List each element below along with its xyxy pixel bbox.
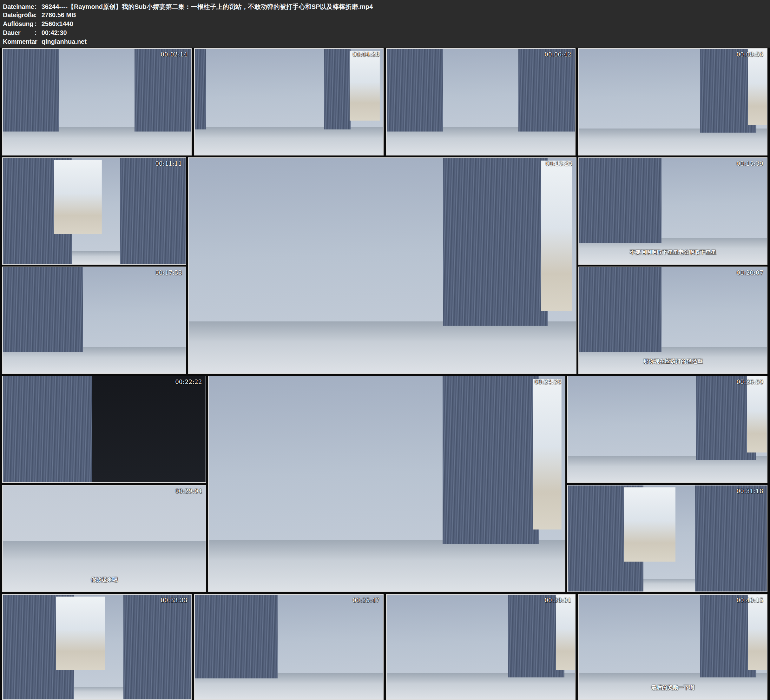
thumbnail-scene (3, 486, 205, 591)
timestamp-overlay: 00:17:53 (155, 269, 182, 276)
thumbnail-scene (3, 158, 186, 264)
meta-value: 00:42:30 (42, 29, 67, 37)
timestamp-overlay: 00:22:22 (175, 379, 202, 385)
contact-sheet: Dateiname : 36244----【Raymond原创】我的Sub小娇妻… (0, 0, 770, 700)
video-thumbnail-large: 00:24:36 (208, 376, 565, 592)
meta-value: 2780.56 MB (42, 11, 76, 19)
timestamp-overlay: 00:29:04 (175, 488, 202, 494)
meta-separator: : (35, 11, 37, 19)
thumbnail-scene (387, 49, 575, 155)
thumbnail-scene (568, 376, 767, 482)
meta-row-comment: Kommentar : qinglanhua.net (3, 38, 766, 47)
video-thumbnail: 00:08:56 (578, 48, 767, 156)
video-thumbnail: 00:06:42 (386, 48, 576, 156)
thumbnail-scene (568, 486, 767, 591)
thumbnail-scene (579, 267, 767, 373)
meta-label: Auflösung (3, 20, 35, 28)
video-thumbnail: 00:26:50 (567, 376, 767, 483)
video-thumbnail: 00:40:15 最后的奖励一下啊 (578, 594, 767, 700)
meta-row-duration: Dauer : 00:42:30 (3, 29, 766, 38)
timestamp-overlay: 00:15:39 (736, 160, 764, 167)
video-thumbnail: 00:38:01 (386, 594, 576, 700)
meta-label: Dateigröße (3, 11, 35, 19)
video-thumbnail-large: 00:13:25 (188, 157, 576, 374)
subtitle-overlay: 你掀起来嗯 (3, 576, 205, 583)
meta-row-filesize: Dateigröße : 2780.56 MB (3, 11, 766, 20)
timestamp-overlay: 00:40:15 (736, 597, 764, 604)
meta-label: Dauer (3, 29, 35, 37)
meta-value: qinglanhua.net (42, 38, 87, 45)
meta-separator: : (35, 38, 37, 45)
video-thumbnail: 00:31:18 (567, 485, 767, 592)
timestamp-overlay: 00:13:25 (545, 160, 573, 167)
timestamp-overlay: 00:26:50 (736, 379, 764, 385)
timestamp-overlay: 00:06:42 (544, 51, 571, 58)
thumbnail-scene (387, 595, 575, 699)
thumbnail-scene (195, 595, 383, 699)
video-thumbnail: 00:22:22 (2, 376, 206, 483)
timestamp-overlay: 00:11:11 (155, 160, 182, 167)
thumbnail-scene (579, 158, 767, 264)
video-thumbnail: 00:15:39 不要啊啊啊取下星星老公啊取下星星 (578, 157, 767, 265)
thumbnail-scene (579, 49, 767, 155)
video-thumbnail: 00:11:11 (2, 157, 186, 265)
video-thumbnail: 00:33:33 (2, 594, 192, 700)
meta-row-resolution: Auflösung : 2560x1440 (3, 20, 766, 29)
subtitle-overlay: 最后的奖励一下啊 (579, 684, 767, 691)
meta-row-filename: Dateiname : 36244----【Raymond原创】我的Sub小娇妻… (3, 3, 766, 11)
timestamp-overlay: 00:04:28 (353, 51, 379, 58)
subtitle-overlay: 那你现在应该打的轻还重 (579, 358, 767, 365)
meta-separator: : (35, 3, 37, 10)
video-thumbnail: 00:29:04 你掀起来嗯 (2, 485, 206, 592)
thumbnail-scene (3, 267, 186, 373)
thumbnail-scene (209, 376, 565, 591)
meta-value: 2560x1440 (42, 20, 73, 28)
subtitle-overlay: 不要啊啊啊取下星星老公啊取下星星 (579, 248, 767, 256)
timestamp-overlay: 00:33:33 (160, 597, 188, 604)
thumbnail-scene (195, 49, 383, 155)
video-thumbnail: 00:04:28 (194, 48, 383, 156)
meta-value: 36244----【Raymond原创】我的Sub小娇妻第二集：一根柱子上的罚站… (42, 3, 373, 11)
file-info-header: Dateiname : 36244----【Raymond原创】我的Sub小娇妻… (0, 0, 770, 48)
thumbnail-scene (3, 376, 205, 482)
timestamp-overlay: 00:08:56 (736, 51, 764, 58)
timestamp-overlay: 00:02:14 (160, 51, 188, 58)
video-thumbnail: 00:35:47 (194, 594, 383, 700)
timestamp-overlay: 00:20:07 (736, 269, 764, 276)
timestamp-overlay: 00:38:01 (544, 597, 571, 604)
meta-label: Kommentar (3, 38, 35, 45)
timestamp-overlay: 00:35:47 (353, 597, 379, 604)
video-thumbnail: 00:02:14 (2, 48, 192, 156)
timestamp-overlay: 00:24:36 (534, 379, 561, 385)
meta-label: Dateiname (3, 3, 35, 10)
meta-separator: : (35, 20, 37, 28)
video-thumbnail: 00:17:53 (2, 267, 186, 374)
thumbnail-scene (189, 158, 576, 373)
video-thumbnail: 00:20:07 那你现在应该打的轻还重 (578, 267, 767, 374)
timestamp-overlay: 00:31:18 (736, 488, 764, 494)
thumbnail-scene (3, 595, 191, 699)
thumbnail-scene (3, 49, 191, 155)
meta-separator: : (35, 29, 37, 37)
